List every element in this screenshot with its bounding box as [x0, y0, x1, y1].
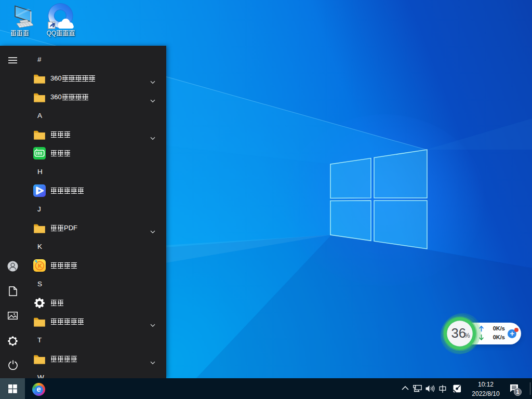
svg-text:%: %: [464, 332, 470, 339]
